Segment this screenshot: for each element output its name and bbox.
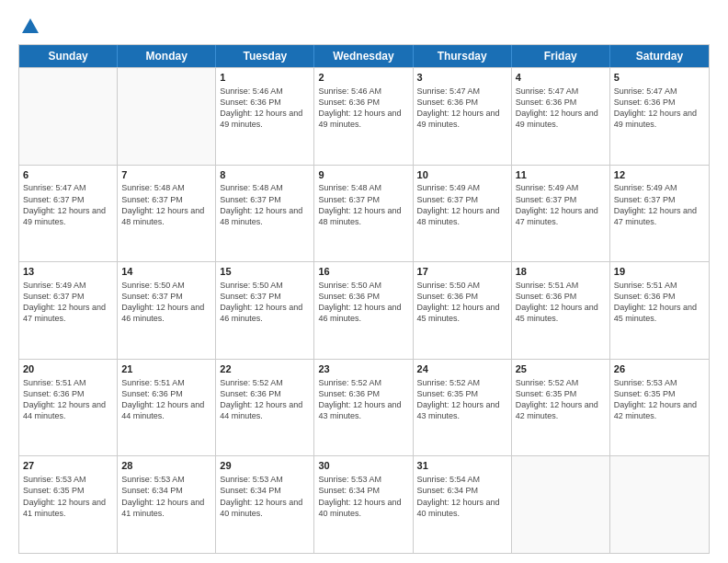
logo [18,17,40,37]
header [18,17,710,37]
day-number: 28 [121,459,211,473]
calendar-day-25: 25Sunrise: 5:52 AMSunset: 6:35 PMDayligh… [512,360,610,456]
calendar-day-empty [19,68,118,165]
calendar-day-30: 30Sunrise: 5:53 AMSunset: 6:34 PMDayligh… [314,456,413,553]
calendar-week-4: 20Sunrise: 5:51 AMSunset: 6:36 PMDayligh… [19,359,709,456]
day-number: 13 [23,265,113,279]
day-info: Sunrise: 5:51 AMSunset: 6:36 PMDaylight:… [121,377,211,422]
logo-icon [20,17,40,37]
calendar-day-4: 4Sunrise: 5:47 AMSunset: 6:36 PMDaylight… [512,68,610,165]
weekday-header-sunday: Sunday [19,45,118,67]
day-info: Sunrise: 5:52 AMSunset: 6:36 PMDaylight:… [220,377,310,422]
calendar-day-29: 29Sunrise: 5:53 AMSunset: 6:34 PMDayligh… [216,456,314,553]
calendar-day-empty [610,456,709,553]
svg-marker-0 [22,18,39,33]
day-number: 14 [121,265,211,279]
day-number: 25 [516,362,606,376]
day-number: 17 [417,265,507,279]
day-info: Sunrise: 5:54 AMSunset: 6:34 PMDaylight:… [417,474,507,519]
day-number: 3 [417,71,507,85]
calendar-day-31: 31Sunrise: 5:54 AMSunset: 6:34 PMDayligh… [414,456,512,553]
day-info: Sunrise: 5:53 AMSunset: 6:34 PMDaylight:… [318,474,408,519]
day-info: Sunrise: 5:52 AMSunset: 6:36 PMDaylight:… [318,377,408,422]
calendar-day-23: 23Sunrise: 5:52 AMSunset: 6:36 PMDayligh… [314,360,413,456]
calendar-day-2: 2Sunrise: 5:46 AMSunset: 6:36 PMDaylight… [314,68,413,165]
day-info: Sunrise: 5:47 AMSunset: 6:36 PMDaylight:… [417,86,507,131]
day-number: 31 [417,459,507,473]
day-number: 22 [220,362,310,376]
day-info: Sunrise: 5:52 AMSunset: 6:35 PMDaylight:… [417,377,507,422]
day-number: 7 [121,168,211,182]
calendar-week-1: 1Sunrise: 5:46 AMSunset: 6:36 PMDaylight… [19,67,709,165]
day-info: Sunrise: 5:49 AMSunset: 6:37 PMDaylight:… [516,182,606,227]
calendar: SundayMondayTuesdayWednesdayThursdayFrid… [18,44,710,554]
calendar-day-5: 5Sunrise: 5:47 AMSunset: 6:36 PMDaylight… [610,68,709,165]
day-info: Sunrise: 5:53 AMSunset: 6:35 PMDaylight:… [614,377,705,422]
day-number: 24 [417,362,507,376]
calendar-day-1: 1Sunrise: 5:46 AMSunset: 6:36 PMDaylight… [216,68,314,165]
day-info: Sunrise: 5:47 AMSunset: 6:36 PMDaylight:… [614,86,705,131]
weekday-header-monday: Monday [118,45,216,67]
day-number: 2 [318,71,408,85]
day-info: Sunrise: 5:52 AMSunset: 6:35 PMDaylight:… [516,377,606,422]
day-info: Sunrise: 5:46 AMSunset: 6:36 PMDaylight:… [318,86,408,131]
day-info: Sunrise: 5:53 AMSunset: 6:35 PMDaylight:… [23,474,113,519]
day-info: Sunrise: 5:50 AMSunset: 6:36 PMDaylight:… [417,280,507,325]
calendar-day-19: 19Sunrise: 5:51 AMSunset: 6:36 PMDayligh… [610,262,709,359]
calendar-day-13: 13Sunrise: 5:49 AMSunset: 6:37 PMDayligh… [19,262,118,359]
day-info: Sunrise: 5:49 AMSunset: 6:37 PMDaylight:… [23,280,113,325]
calendar-body: 1Sunrise: 5:46 AMSunset: 6:36 PMDaylight… [19,67,709,553]
day-number: 5 [614,71,705,85]
calendar-day-20: 20Sunrise: 5:51 AMSunset: 6:36 PMDayligh… [19,360,118,456]
day-number: 16 [318,265,408,279]
day-number: 1 [220,71,310,85]
day-number: 29 [220,459,310,473]
calendar-day-12: 12Sunrise: 5:49 AMSunset: 6:37 PMDayligh… [610,166,709,262]
calendar-day-6: 6Sunrise: 5:47 AMSunset: 6:37 PMDaylight… [19,166,118,262]
day-number: 27 [23,459,113,473]
day-number: 15 [220,265,310,279]
calendar-day-26: 26Sunrise: 5:53 AMSunset: 6:35 PMDayligh… [610,360,709,456]
page: SundayMondayTuesdayWednesdayThursdayFrid… [0,0,728,563]
calendar-day-11: 11Sunrise: 5:49 AMSunset: 6:37 PMDayligh… [512,166,610,262]
calendar-week-2: 6Sunrise: 5:47 AMSunset: 6:37 PMDaylight… [19,165,709,262]
day-info: Sunrise: 5:47 AMSunset: 6:37 PMDaylight:… [23,182,113,227]
calendar-day-7: 7Sunrise: 5:48 AMSunset: 6:37 PMDaylight… [118,166,216,262]
calendar-day-3: 3Sunrise: 5:47 AMSunset: 6:36 PMDaylight… [414,68,512,165]
day-number: 21 [121,362,211,376]
day-number: 4 [516,71,606,85]
calendar-day-28: 28Sunrise: 5:53 AMSunset: 6:34 PMDayligh… [118,456,216,553]
day-number: 10 [417,168,507,182]
day-number: 12 [614,168,705,182]
day-info: Sunrise: 5:48 AMSunset: 6:37 PMDaylight:… [318,182,408,227]
day-info: Sunrise: 5:51 AMSunset: 6:36 PMDaylight:… [23,377,113,422]
day-info: Sunrise: 5:53 AMSunset: 6:34 PMDaylight:… [121,474,211,519]
day-info: Sunrise: 5:48 AMSunset: 6:37 PMDaylight:… [220,182,310,227]
day-info: Sunrise: 5:50 AMSunset: 6:37 PMDaylight:… [121,280,211,325]
day-number: 30 [318,459,408,473]
weekday-header-friday: Friday [512,45,610,67]
day-number: 23 [318,362,408,376]
calendar-day-empty [118,68,216,165]
calendar-day-empty [512,456,610,553]
calendar-day-24: 24Sunrise: 5:52 AMSunset: 6:35 PMDayligh… [414,360,512,456]
day-info: Sunrise: 5:53 AMSunset: 6:34 PMDaylight:… [220,474,310,519]
calendar-week-5: 27Sunrise: 5:53 AMSunset: 6:35 PMDayligh… [19,455,709,553]
calendar-day-9: 9Sunrise: 5:48 AMSunset: 6:37 PMDaylight… [314,166,413,262]
weekday-header-tuesday: Tuesday [216,45,314,67]
day-info: Sunrise: 5:48 AMSunset: 6:37 PMDaylight:… [121,182,211,227]
calendar-day-27: 27Sunrise: 5:53 AMSunset: 6:35 PMDayligh… [19,456,118,553]
day-number: 8 [220,168,310,182]
weekday-header-wednesday: Wednesday [314,45,413,67]
day-number: 26 [614,362,705,376]
calendar-day-8: 8Sunrise: 5:48 AMSunset: 6:37 PMDaylight… [216,166,314,262]
day-number: 11 [516,168,606,182]
day-info: Sunrise: 5:46 AMSunset: 6:36 PMDaylight:… [220,86,310,131]
calendar-header: SundayMondayTuesdayWednesdayThursdayFrid… [19,45,709,67]
day-number: 19 [614,265,705,279]
day-info: Sunrise: 5:47 AMSunset: 6:36 PMDaylight:… [516,86,606,131]
day-info: Sunrise: 5:50 AMSunset: 6:37 PMDaylight:… [220,280,310,325]
calendar-day-18: 18Sunrise: 5:51 AMSunset: 6:36 PMDayligh… [512,262,610,359]
calendar-day-21: 21Sunrise: 5:51 AMSunset: 6:36 PMDayligh… [118,360,216,456]
day-info: Sunrise: 5:49 AMSunset: 6:37 PMDaylight:… [614,182,705,227]
